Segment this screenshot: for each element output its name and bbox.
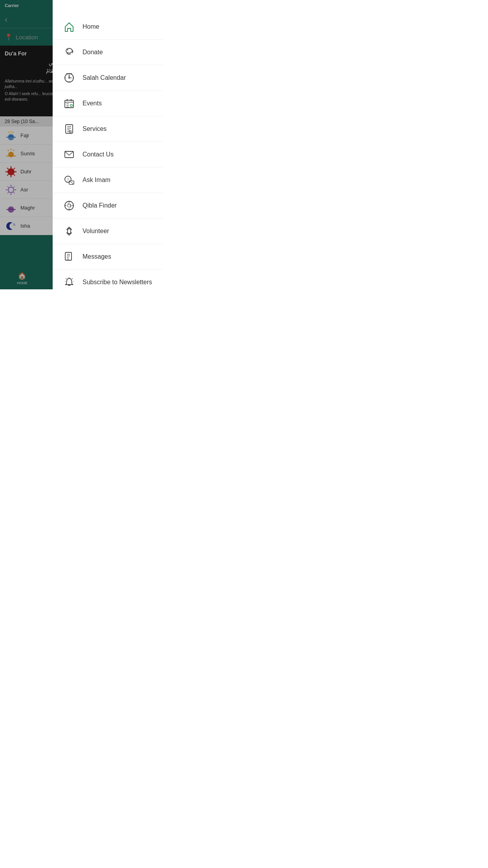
svg-point-34	[67, 50, 68, 51]
menu-salah-label: Salah Calendar	[83, 74, 126, 81]
donate-menu-icon	[62, 45, 76, 59]
menu-services-label: Services	[83, 125, 106, 132]
svg-rect-47	[70, 105, 72, 107]
subscribe-menu-icon	[62, 275, 76, 289]
contact-menu-icon	[62, 147, 76, 162]
salah-calendar-menu-icon	[62, 71, 76, 85]
menu-item-events[interactable]: Events	[53, 91, 163, 116]
svg-text:?: ?	[67, 177, 69, 182]
svg-rect-69	[68, 229, 71, 234]
volunteer-menu-icon	[62, 224, 76, 238]
menu-item-services[interactable]: Services	[53, 116, 163, 142]
menu-qibla-label: Qibla Finder	[83, 202, 117, 209]
menu-events-label: Events	[83, 100, 102, 107]
events-menu-icon	[62, 96, 76, 110]
menu-subscribe-label: Subscribe to Newsletters	[83, 279, 152, 286]
drawer-menu: Home Donate	[53, 0, 163, 289]
menu-item-salah-calendar[interactable]: Salah Calendar	[53, 65, 163, 91]
menu-donate-label: Donate	[83, 49, 103, 56]
menu-item-qibla-finder[interactable]: Qibla Finder	[53, 193, 163, 219]
menu-item-ask-imam[interactable]: ? Ask Imam	[53, 167, 163, 193]
menu-item-volunteer[interactable]: Volunteer	[53, 219, 163, 244]
menu-item-home[interactable]: Home	[53, 14, 163, 40]
svg-line-77	[72, 278, 73, 279]
menu-home-label: Home	[83, 23, 99, 30]
services-menu-icon	[62, 122, 76, 136]
menu-ask-imam-label: Ask Imam	[83, 177, 110, 184]
menu-item-donate[interactable]: Donate	[53, 40, 163, 65]
ask-imam-menu-icon: ?	[62, 173, 76, 187]
menu-volunteer-label: Volunteer	[83, 228, 109, 235]
menu-messages-label: Messages	[83, 253, 111, 260]
messages-menu-icon	[62, 250, 76, 264]
home-menu-icon	[62, 20, 76, 34]
menu-item-subscribe[interactable]: Subscribe to Newsletters	[53, 270, 163, 289]
svg-line-76	[66, 278, 66, 279]
menu-item-contact-us[interactable]: Contact Us	[53, 142, 163, 167]
menu-item-messages[interactable]: Messages	[53, 244, 163, 270]
qibla-menu-icon	[62, 199, 76, 213]
menu-contact-label: Contact Us	[83, 151, 114, 158]
